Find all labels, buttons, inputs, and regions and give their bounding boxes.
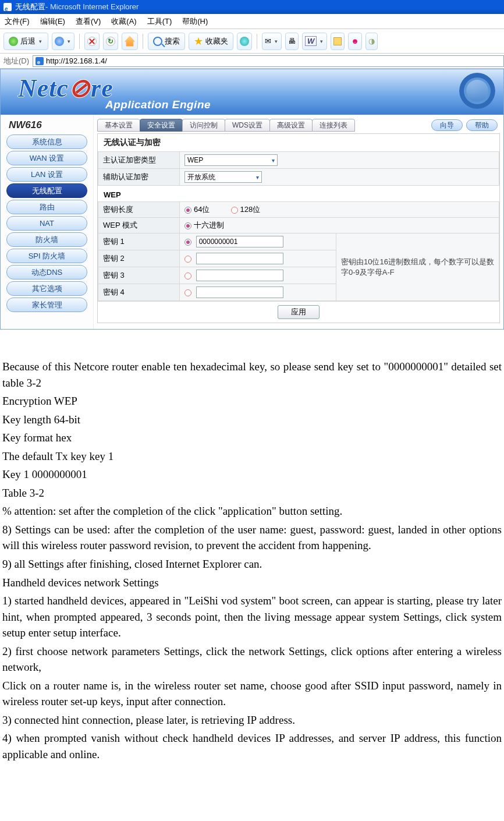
key4-radio[interactable]: [184, 289, 191, 296]
menu-tools[interactable]: 工具(T): [147, 16, 172, 27]
search-label: 搜索: [165, 36, 180, 47]
sidebar-item-6[interactable]: 防火墙: [6, 232, 87, 247]
home-icon: [125, 36, 135, 47]
back-button[interactable]: 后退▾: [3, 33, 48, 50]
doc-p7: Table 3-2: [2, 485, 502, 501]
main-auth-label: 主认证加密类型: [98, 152, 180, 169]
key2-input[interactable]: [196, 253, 283, 264]
key1-label: 密钥 1: [98, 233, 180, 250]
doc-p3: Key length 64-bit: [2, 412, 502, 428]
sidebar-item-3[interactable]: 无线配置: [6, 183, 87, 198]
sidebar-item-5[interactable]: NAT: [6, 216, 87, 231]
key3-label: 密钥 3: [98, 267, 180, 284]
tab-1[interactable]: 安全设置: [140, 119, 183, 132]
key1-radio[interactable]: [184, 239, 191, 246]
menu-edit[interactable]: 编辑(E): [40, 16, 65, 27]
auth-panel: 无线认证与加密 主认证加密类型 WEP▾ 辅助认证加密 开放系统▾: [97, 133, 500, 323]
toolbar-separator: [143, 34, 143, 49]
sidebar-item-1[interactable]: WAN 设置: [6, 151, 87, 165]
ie-address-bar: 地址(D) http://192.168.1.4/: [0, 54, 504, 69]
key3-cell: [180, 267, 336, 284]
search-button[interactable]: 搜索: [148, 33, 185, 50]
forward-button[interactable]: ▾: [52, 33, 74, 50]
refresh-button[interactable]: [103, 33, 118, 50]
home-button[interactable]: [122, 33, 138, 50]
word-dropdown-icon[interactable]: ▾: [319, 38, 324, 44]
menu-help[interactable]: 帮助(H): [182, 16, 208, 27]
menu-favorites[interactable]: 收藏(A): [111, 16, 136, 27]
wepmode-hex-radio[interactable]: [184, 222, 191, 229]
router-subtitle: Application Engine: [105, 98, 211, 111]
print-button[interactable]: 🖶: [285, 33, 299, 50]
sidebar-item-0[interactable]: 系统信息: [6, 135, 87, 149]
back-dropdown-icon[interactable]: ▾: [38, 38, 43, 44]
extra-icon: ◑: [368, 37, 375, 45]
key3-input[interactable]: [196, 270, 283, 281]
sidebar-item-10[interactable]: 家长管理: [6, 298, 87, 312]
apply-row: 应用: [98, 301, 499, 323]
key4-cell: [180, 284, 336, 301]
sidebar-item-7[interactable]: SPI 防火墙: [6, 249, 87, 263]
router-main: 基本设置安全设置访问控制WDS设置高级设置连接列表 向导 帮助 无线认证与加密 …: [94, 115, 503, 329]
key2-label: 密钥 2: [98, 250, 180, 267]
messenger-button[interactable]: ☻: [348, 33, 362, 50]
word-button[interactable]: W▾: [302, 33, 327, 50]
router-globe-icon: [459, 73, 495, 109]
main-auth-value: WEP: [187, 156, 203, 164]
key3-radio[interactable]: [184, 273, 191, 279]
mail-button[interactable]: ✉▾: [262, 33, 282, 50]
menu-view[interactable]: 查看(V): [76, 16, 101, 27]
key4-input[interactable]: [196, 286, 283, 298]
aux-auth-value: 开放系统: [187, 172, 215, 182]
stop-button[interactable]: [84, 33, 100, 50]
tab-0[interactable]: 基本设置: [97, 119, 140, 132]
key4-label: 密钥 4: [98, 284, 180, 301]
notes-button[interactable]: [331, 33, 345, 50]
toolbar-separator: [79, 34, 80, 49]
help-button[interactable]: 帮助: [466, 119, 498, 131]
doc-p6: Key 1 0000000001: [2, 466, 502, 483]
mail-icon: ✉: [265, 37, 271, 45]
router-model: NW616: [6, 119, 87, 131]
favorites-button[interactable]: ★收藏夹: [189, 33, 233, 50]
tab-2[interactable]: 访问控制: [182, 119, 225, 132]
menu-file[interactable]: 文件(F): [5, 16, 30, 27]
doc-p10: 9) all Settings after finishing, closed …: [2, 556, 502, 572]
mail-dropdown-icon[interactable]: ▾: [274, 38, 279, 44]
sidebar-item-8[interactable]: 动态DNS: [6, 265, 87, 279]
sidebar-item-4[interactable]: 路由: [6, 200, 87, 214]
doc-p16: 4) when prompted vanish without check ha…: [2, 730, 502, 762]
apply-button[interactable]: 应用: [278, 305, 320, 319]
tab-4[interactable]: 高级设置: [269, 119, 313, 132]
router-body: NW616 系统信息WAN 设置LAN 设置无线配置路由NAT防火墙SPI 防火…: [1, 115, 503, 329]
back-icon: [9, 37, 18, 46]
doc-p14: Click on a router name is, in the wirele…: [2, 678, 502, 710]
key1-input[interactable]: [196, 236, 283, 247]
tab-3[interactable]: WDS设置: [225, 119, 270, 132]
keylen-64-radio[interactable]: [184, 207, 191, 214]
aux-auth-select[interactable]: 开放系统▾: [184, 171, 262, 183]
keylen-128-radio[interactable]: [231, 207, 238, 214]
history-button[interactable]: [237, 33, 252, 50]
sidebar-item-2[interactable]: LAN 设置: [6, 167, 87, 182]
print-icon: 🖶: [288, 37, 296, 45]
key-hint: 密钥由10位16进制数组成，每个数字可以是数字0-9及字母A-F: [336, 233, 499, 301]
doc-p5: The default Tx key key 1: [2, 448, 502, 465]
messenger-icon: ☻: [351, 37, 359, 45]
address-field[interactable]: http://192.168.1.4/: [33, 55, 504, 67]
forward-dropdown-icon[interactable]: ▾: [66, 38, 72, 44]
star-icon: ★: [194, 35, 203, 48]
stop-icon: [87, 37, 97, 46]
sidebar-item-9[interactable]: 其它选项: [6, 281, 87, 296]
tab-5[interactable]: 连接列表: [312, 119, 355, 132]
ie-toolbar: 后退▾ ▾ 搜索 ★收藏夹 ✉▾ 🖶 W▾ ☻ ◑: [0, 29, 504, 54]
extra-button[interactable]: ◑: [365, 33, 378, 50]
aux-auth-label: 辅助认证加密: [98, 169, 180, 186]
doc-p4: Key format hex: [2, 430, 502, 446]
main-auth-select[interactable]: WEP▾: [184, 154, 278, 166]
wizard-button[interactable]: 向导: [431, 119, 463, 131]
router-header: Netc⊘re Application Engine: [1, 69, 503, 115]
wep-title: WEP: [98, 186, 499, 201]
key2-radio[interactable]: [184, 256, 191, 263]
sidebar: NW616 系统信息WAN 设置LAN 设置无线配置路由NAT防火墙SPI 防火…: [1, 115, 94, 329]
